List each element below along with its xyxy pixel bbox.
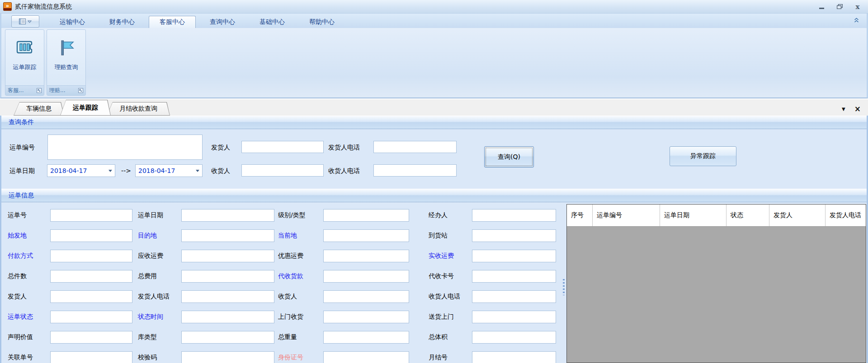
sender-input[interactable] [241, 141, 324, 153]
field-label-cell: 目的地 [138, 232, 181, 240]
restore-button[interactable] [834, 3, 845, 11]
field-input[interactable] [323, 351, 409, 363]
claim-query-button-label: 理赔查询 [55, 63, 78, 71]
tab-list-dropdown-button[interactable]: ▼ [842, 107, 845, 112]
grid-column-header[interactable]: 运单编号 [593, 205, 660, 226]
grid-body[interactable] [567, 226, 866, 363]
field-input[interactable] [472, 331, 556, 344]
field-input[interactable] [181, 270, 274, 283]
sender-phone-input[interactable] [373, 141, 457, 153]
group-footer-claims[interactable]: 理赔... [47, 85, 85, 95]
field-input-cell [181, 209, 278, 222]
field-input[interactable] [323, 229, 409, 242]
field-input[interactable] [472, 250, 556, 262]
field-input[interactable] [323, 331, 409, 344]
tab-label: 月结收款查询 [107, 102, 170, 115]
grid-column-header[interactable]: 序号 [567, 205, 593, 226]
grid-column-header[interactable]: 发货人电话 [826, 205, 866, 226]
field-input[interactable] [181, 229, 274, 242]
field-input[interactable] [50, 290, 132, 303]
field-input[interactable] [323, 270, 409, 283]
group-footer-customer-service[interactable]: 客服... [5, 85, 44, 95]
field-label-cell: 当前地 [278, 232, 323, 240]
tab-strip-controls: ▼ × [842, 106, 861, 112]
ribbon-tab-help[interactable]: 帮助中心 [299, 16, 345, 28]
group-footer-label: 理赔... [49, 87, 65, 94]
collapse-ribbon-button[interactable] [854, 17, 859, 24]
field-input[interactable] [323, 311, 409, 323]
field-label-cell: 送货上门 [429, 313, 472, 321]
tab-vehicle-info[interactable]: 车辆信息 [14, 102, 64, 116]
close-button[interactable]: x [852, 3, 863, 11]
field-input[interactable] [472, 209, 556, 222]
field-label-cell: 级别/类型 [278, 211, 323, 219]
field-label: 关联单号 [8, 354, 33, 361]
ribbon-tab-finance[interactable]: 财务中心 [99, 16, 145, 28]
field-input-cell [323, 250, 429, 262]
splitter[interactable] [561, 202, 566, 363]
ribbon-tab-customer-service[interactable]: 客服中心 [149, 16, 196, 28]
grid-column-header[interactable]: 状态 [726, 205, 769, 226]
ribbon-tab-bar: 运输中心 财务中心 客服中心 查询中心 基础中心 帮助中心 [0, 14, 868, 28]
field-input-cell [472, 311, 556, 323]
app-menu-button[interactable] [11, 15, 39, 28]
waybill-tracking-button[interactable]: 运单跟踪 [5, 30, 44, 85]
field-input-cell [50, 229, 138, 242]
field-input[interactable] [472, 290, 556, 303]
field-input[interactable] [472, 351, 556, 363]
field-input[interactable] [50, 351, 132, 363]
waybill-section-title: 运单信息 [9, 191, 34, 200]
field-input[interactable] [323, 250, 409, 262]
field-input[interactable] [50, 209, 132, 222]
tab-close-button[interactable]: × [854, 106, 861, 112]
field-input[interactable] [50, 311, 132, 323]
field-input[interactable] [181, 351, 274, 363]
receiver-phone-label: 收货人电话 [328, 164, 360, 177]
field-label: 身份证号 [278, 354, 303, 361]
field-label: 收货人 [278, 293, 297, 300]
field-input-cell [50, 270, 138, 283]
field-input[interactable] [50, 229, 132, 242]
restore-icon [837, 4, 843, 9]
field-input-cell [50, 250, 138, 262]
field-label-cell: 月结号 [429, 354, 472, 362]
field-input[interactable] [50, 331, 132, 344]
field-label-cell: 状态时间 [138, 313, 181, 321]
field-input[interactable] [472, 270, 556, 283]
grid-column-header[interactable]: 运单日期 [660, 205, 726, 226]
minimize-button[interactable] [816, 3, 827, 11]
dialog-launcher-icon[interactable] [37, 88, 42, 93]
field-input[interactable] [181, 250, 274, 262]
field-label-cell: 始发地 [8, 232, 50, 240]
abnormal-tracking-button[interactable]: 异常跟踪 [670, 146, 736, 166]
field-label: 声明价值 [8, 333, 33, 340]
field-input[interactable] [472, 229, 556, 242]
field-label: 级别/类型 [278, 211, 306, 219]
date-to-combo[interactable]: 2018-04-17 [135, 164, 203, 177]
ribbon-tab-basic[interactable]: 基础中心 [249, 16, 295, 28]
combo-dropdown-icon [108, 170, 112, 172]
field-input[interactable] [323, 290, 409, 303]
ribbon-tab-transport[interactable]: 运输中心 [49, 16, 95, 28]
ribbon-tab-query[interactable]: 查询中心 [199, 16, 245, 28]
receiver-input[interactable] [241, 164, 324, 177]
field-input-cell [50, 351, 138, 363]
field-input[interactable] [181, 331, 274, 344]
date-from-combo[interactable]: 2018-04-17 [47, 164, 115, 177]
field-input[interactable] [181, 290, 274, 303]
tab-waybill-tracking[interactable]: 运单跟踪 [60, 100, 111, 116]
field-input[interactable] [181, 209, 274, 222]
tab-monthly-collection-query[interactable]: 月结收款查询 [107, 102, 170, 116]
receiver-phone-input[interactable] [373, 164, 457, 177]
field-input[interactable] [472, 311, 556, 323]
grid-column-header[interactable]: 发货人 [769, 205, 826, 226]
field-input[interactable] [181, 311, 274, 323]
query-button[interactable]: 查询(Q) [484, 146, 534, 168]
field-label-cell: 总重量 [278, 333, 323, 341]
waybill-no-input[interactable] [47, 135, 203, 160]
field-input[interactable] [50, 270, 132, 283]
field-input[interactable] [50, 250, 132, 262]
field-input[interactable] [323, 209, 409, 222]
dialog-launcher-icon[interactable] [78, 88, 83, 93]
claim-query-button[interactable]: 理赔查询 [47, 30, 85, 85]
